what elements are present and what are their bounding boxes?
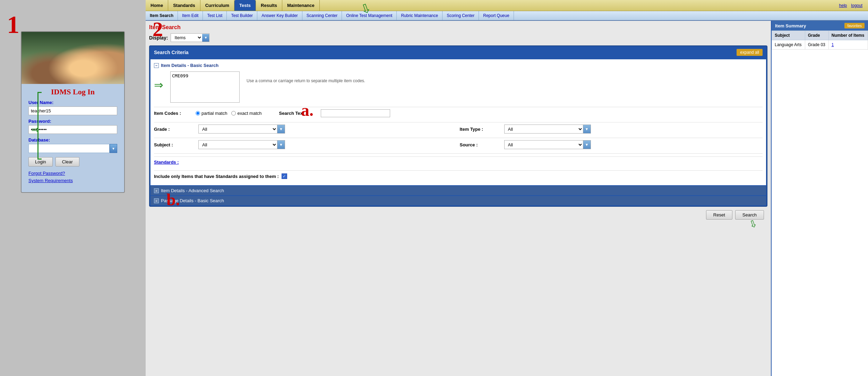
sub-nav-scanning[interactable]: Scanning Center bbox=[302, 11, 342, 20]
summary-subject: Language Arts bbox=[772, 40, 805, 50]
source-select[interactable]: All bbox=[505, 141, 583, 149]
include-standards-row: Include only Items that have Standards a… bbox=[154, 170, 763, 182]
forgot-password-link[interactable]: Forgot Password? bbox=[28, 171, 117, 176]
display-select-btn[interactable]: ▼ bbox=[202, 34, 209, 42]
display-select[interactable]: Items Passages bbox=[171, 34, 202, 42]
item-code-arrow: ⇒ bbox=[154, 78, 163, 92]
sub-nav-test-builder[interactable]: Test Builder bbox=[227, 11, 257, 20]
item-type-select-btn[interactable]: ▼ bbox=[583, 125, 591, 133]
standards-link[interactable]: Standards : bbox=[154, 156, 763, 168]
password-input[interactable] bbox=[28, 125, 117, 134]
subject-select[interactable]: All bbox=[199, 141, 277, 149]
login-title: IDMS Log In bbox=[22, 84, 124, 100]
sub-nav-test-list[interactable]: Test List bbox=[203, 11, 227, 20]
favorites-button[interactable]: favorites bbox=[844, 23, 865, 28]
summary-col-subject: Subject bbox=[772, 31, 805, 40]
sub-nav-item-edit[interactable]: Item Edit bbox=[178, 11, 203, 20]
nav-tests[interactable]: Tests bbox=[234, 0, 256, 11]
annotation-1: 1 bbox=[7, 10, 19, 39]
search-text-input[interactable] bbox=[321, 109, 390, 117]
search-criteria-header: Search Criteria expand all bbox=[150, 46, 767, 59]
expand-all-button[interactable]: expand all bbox=[737, 49, 763, 56]
grade-label: Grade : bbox=[154, 127, 196, 132]
top-nav: Home Standards Curriculum Tests Results … bbox=[146, 0, 868, 11]
annotation-b: b. bbox=[166, 190, 180, 209]
passage-search-toggle[interactable]: + bbox=[154, 198, 159, 203]
sub-nav-report[interactable]: Report Queue bbox=[479, 11, 514, 20]
login-photo bbox=[22, 32, 124, 84]
sub-nav-scoring[interactable]: Scoring Center bbox=[442, 11, 479, 20]
include-standards-checkbox[interactable]: ✓ bbox=[282, 173, 287, 179]
help-link[interactable]: help bbox=[837, 3, 849, 8]
item-type-label: Item Type : bbox=[460, 127, 501, 132]
nav-maintenance[interactable]: Maintenance bbox=[282, 0, 320, 11]
logout-link[interactable]: logout bbox=[849, 3, 865, 8]
grade-select[interactable]: All bbox=[199, 125, 277, 133]
annotation-2: 2 bbox=[153, 17, 163, 41]
basic-search-header[interactable]: − Item Details - Basic Search bbox=[154, 63, 763, 68]
item-codes-label: Item Codes : bbox=[154, 111, 189, 116]
sub-nav-rubric[interactable]: Rubric Maintenance bbox=[397, 11, 442, 20]
item-summary-panel: Item Summary favorites Subject Grade Num… bbox=[771, 21, 868, 376]
advanced-search-section[interactable]: + Item Details - Advanced Search bbox=[151, 186, 766, 195]
include-standards-text: Include only Items that have Standards a… bbox=[154, 174, 279, 179]
partial-match-option[interactable]: partial match bbox=[196, 111, 227, 116]
nav-results[interactable]: Results bbox=[256, 0, 282, 11]
basic-search-section: − Item Details - Basic Search ⇒ CME099 U… bbox=[151, 59, 766, 185]
password-label: Password: bbox=[28, 119, 117, 124]
summary-grade: Grade 03 bbox=[805, 40, 828, 50]
item-code-textarea[interactable]: CME099 bbox=[170, 71, 240, 103]
summary-title: Item Summary bbox=[775, 23, 806, 28]
source-label: Source : bbox=[460, 142, 501, 147]
source-select-btn[interactable]: ▼ bbox=[583, 140, 591, 149]
item-type-select[interactable]: All bbox=[505, 125, 583, 133]
subject-select-btn[interactable]: ▼ bbox=[277, 140, 285, 149]
summary-header: Item Summary favorites bbox=[772, 21, 868, 31]
advanced-search-toggle[interactable]: + bbox=[154, 188, 159, 193]
summary-count: 1 bbox=[828, 40, 868, 50]
database-select-arrow[interactable]: ▼ bbox=[110, 144, 117, 153]
reset-button[interactable]: Reset bbox=[706, 210, 732, 220]
system-requirements-link[interactable]: System Requirements bbox=[28, 178, 117, 183]
username-label: User Name: bbox=[28, 100, 117, 105]
username-input[interactable] bbox=[28, 106, 117, 115]
search-criteria-box: Search Criteria expand all − Item Detail… bbox=[149, 45, 767, 207]
login-box: IDMS Log In User Name: Password: Databas… bbox=[21, 31, 125, 193]
summary-col-count: Number of Items bbox=[828, 31, 868, 40]
search-button[interactable]: Search bbox=[735, 210, 764, 220]
page-title: Item Search bbox=[149, 24, 767, 31]
table-row: Language Arts Grade 03 1 bbox=[772, 40, 868, 50]
clear-button[interactable]: Clear bbox=[55, 157, 79, 166]
database-label: Database: bbox=[28, 137, 117, 143]
exact-match-option[interactable]: exact match bbox=[231, 111, 261, 116]
passage-search-section[interactable]: + Passage Details - Basic Search bbox=[151, 196, 766, 205]
summary-col-grade: Grade bbox=[805, 31, 828, 40]
grade-select-btn[interactable]: ▼ bbox=[277, 125, 285, 133]
sub-nav-answer-key[interactable]: Answer Key Builder bbox=[257, 11, 302, 20]
subject-label: Subject : bbox=[154, 142, 196, 147]
nav-home[interactable]: Home bbox=[146, 0, 168, 11]
password-arrow: ⇒ bbox=[31, 124, 39, 135]
nav-curriculum[interactable]: Curriculum bbox=[200, 0, 234, 11]
summary-count-link[interactable]: 1 bbox=[832, 42, 834, 47]
basic-search-toggle[interactable]: − bbox=[154, 63, 159, 68]
item-code-hint: Use a comma or carriage return to separa… bbox=[247, 78, 365, 83]
annotation-a: a. bbox=[301, 101, 313, 120]
nav-standards[interactable]: Standards bbox=[168, 0, 200, 11]
sub-nav: Item Search Item Edit Test List Test Bui… bbox=[146, 11, 868, 21]
